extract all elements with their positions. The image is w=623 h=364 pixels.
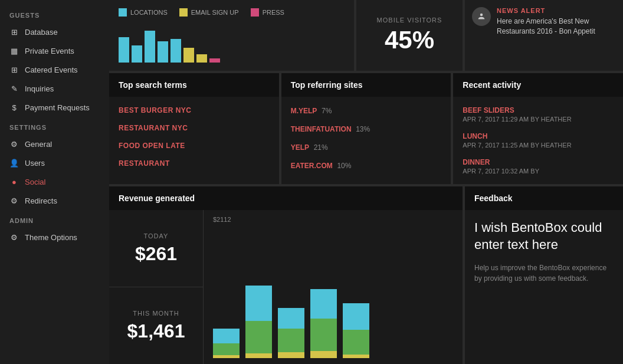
top-referring-sites-card: Top referring sites M.YELP 7% THEINFATUA…: [281, 73, 451, 184]
news-icon: [472, 7, 491, 26]
feedback-header: Feedback: [465, 186, 623, 210]
bar-1: [245, 286, 272, 358]
theme-gear-icon: ⚙: [9, 232, 19, 242]
edit-icon: ✎: [9, 84, 19, 93]
referring-item-1[interactable]: THEINFATUATION 13%: [291, 121, 442, 137]
referring-sites-body: M.YELP 7% THEINFATUATION 13% YELP 21% EA…: [281, 97, 451, 179]
news-text: Here are America's Best New Restaurants …: [497, 17, 616, 37]
bar-0: [213, 329, 240, 358]
chart-panel: LOCATIONS EMAIL SIGN UP PRESS: [109, 0, 354, 71]
news-alert-label: NEWS ALERT: [497, 7, 616, 14]
news-content: NEWS ALERT Here are America's Best New R…: [497, 7, 616, 37]
settings-section-label: SETTINGS: [0, 117, 109, 135]
referring-item-2[interactable]: YELP 21%: [291, 139, 442, 155]
mobile-visitors-panel: MOBILE VISITORS 45%: [356, 0, 463, 71]
revenue-chart: $2112: [204, 210, 463, 364]
recent-item-0: BEEF SLIDERS APR 7, 2017 11:29 AM BY HEA…: [463, 103, 614, 126]
sidebar: GUESTS ⊞ Database ▦ Private Events ⊞ Cat…: [0, 0, 109, 364]
users-icon: 👤: [9, 158, 19, 168]
bar-stack-2: [278, 308, 304, 358]
search-term-0[interactable]: BEST BURGER NYC: [119, 103, 270, 118]
revenue-card: Revenue generated TODAY $261 THIS MONTH …: [109, 186, 463, 364]
press-dot: [251, 8, 259, 17]
guests-section-label: GUESTS: [0, 5, 109, 22]
recent-activity-card: Recent activity BEEF SLIDERS APR 7, 2017…: [453, 73, 623, 184]
sidebar-item-private-events[interactable]: ▦ Private Events: [0, 41, 109, 60]
recent-activity-header: Recent activity: [453, 73, 623, 97]
referring-sites-header: Top referring sites: [281, 73, 451, 97]
feedback-body: I wish BentoBox could enter text here He…: [465, 210, 623, 364]
bar-stack-3: [310, 289, 337, 358]
search-term-1[interactable]: RESTAURANT NYC: [119, 120, 270, 136]
recent-activity-body: BEEF SLIDERS APR 7, 2017 11:29 AM BY HEA…: [453, 97, 623, 184]
sidebar-item-redirects[interactable]: ⚙ Redirects: [0, 191, 109, 210]
sidebar-item-database[interactable]: ⊞ Database: [0, 22, 109, 41]
bar-2: [278, 308, 304, 358]
legend-email-signup: EMAIL SIGN UP: [179, 8, 239, 17]
revenue-header: Revenue generated: [109, 186, 463, 210]
sidebar-item-social[interactable]: ● Social: [0, 172, 109, 191]
email-signup-dot: [179, 8, 188, 17]
search-terms-header: Top search terms: [109, 73, 279, 97]
top-row: LOCATIONS EMAIL SIGN UP PRESS: [109, 0, 623, 71]
legend-locations: LOCATIONS: [119, 8, 168, 17]
sidebar-item-payment-requests[interactable]: $ Payment Requests: [0, 98, 109, 117]
calendar-icon: ▦: [9, 46, 19, 55]
recent-item-1: LUNCH APR 7, 2017 11:25 AM BY HEATHER: [463, 129, 614, 152]
database-icon: ⊞: [9, 27, 19, 37]
bar-stack-1: [245, 286, 272, 358]
feedback-card: Feedback I wish BentoBox could enter tex…: [465, 186, 623, 364]
recent-item-2: DINNER APR 7, 2017 10:32 AM BY: [463, 155, 614, 178]
locations-dot: [119, 8, 127, 17]
main-content: LOCATIONS EMAIL SIGN UP PRESS: [109, 0, 623, 364]
sidebar-item-catered-events[interactable]: ⊞ Catered Events: [0, 60, 109, 79]
search-term-3[interactable]: RESTAURANT: [119, 156, 270, 171]
legend-press: PRESS: [251, 8, 284, 17]
svg-point-0: [480, 14, 483, 17]
revenue-stats: TODAY $261 THIS MONTH $1,461: [109, 210, 204, 364]
mobile-visitors-label: MOBILE VISITORS: [377, 17, 442, 24]
bar-stack-4: [343, 303, 369, 358]
sidebar-item-theme-options[interactable]: ⚙ Theme Options: [0, 228, 109, 247]
mobile-visitors-value: 45%: [385, 26, 434, 54]
grid-icon: ⊞: [9, 65, 19, 74]
chart-legend: LOCATIONS EMAIL SIGN UP PRESS: [119, 8, 345, 17]
bar-chart: [213, 227, 453, 358]
revenue-today: TODAY $261: [109, 210, 203, 287]
dollar-icon: $: [9, 103, 19, 112]
bar-stack-0: [213, 329, 240, 358]
bar-4: [343, 303, 369, 358]
bar-3: [310, 289, 337, 358]
feedback-heading: I wish BentoBox could enter text here: [474, 219, 614, 253]
admin-section-label: ADMIN: [0, 210, 109, 228]
bottom-row: Revenue generated TODAY $261 THIS MONTH …: [109, 186, 623, 364]
revenue-body: TODAY $261 THIS MONTH $1,461 $2112: [109, 210, 463, 364]
top-search-terms-card: Top search terms BEST BURGER NYC RESTAUR…: [109, 73, 279, 184]
sidebar-item-inquiries[interactable]: ✎ Inquiries: [0, 79, 109, 98]
gear-icon: ⚙: [9, 139, 19, 149]
revenue-month: THIS MONTH $1,461: [109, 287, 203, 364]
redirects-icon: ⚙: [9, 196, 19, 205]
sidebar-item-users[interactable]: 👤 Users: [0, 153, 109, 172]
referring-item-0[interactable]: M.YELP 7%: [291, 103, 442, 119]
feedback-description: Help us improve the BentoBox experience …: [474, 263, 614, 284]
search-terms-body: BEST BURGER NYC RESTAURANT NYC FOOD OPEN…: [109, 97, 279, 177]
news-panel: NEWS ALERT Here are America's Best New R…: [465, 0, 623, 71]
mid-row: Top search terms BEST BURGER NYC RESTAUR…: [109, 73, 623, 184]
sidebar-item-general[interactable]: ⚙ General: [0, 135, 109, 153]
referring-item-3[interactable]: EATER.COM 10%: [291, 158, 442, 173]
search-term-2[interactable]: FOOD OPEN LATE: [119, 138, 270, 153]
chart-max-label: $2112: [213, 216, 453, 223]
social-icon: ●: [9, 177, 19, 186]
